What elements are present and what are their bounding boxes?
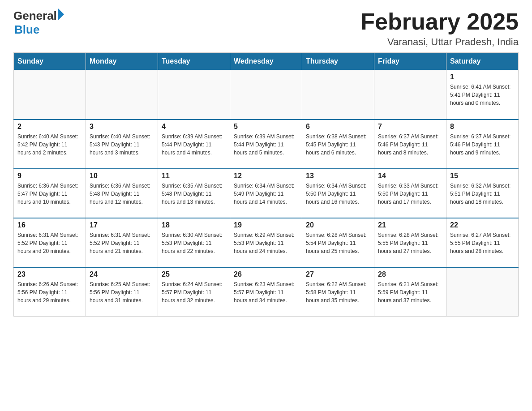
calendar-header-sunday: Sunday xyxy=(14,53,86,70)
day-info: Sunrise: 6:22 AM Sunset: 5:58 PM Dayligh… xyxy=(306,280,370,304)
month-title: February 2025 xyxy=(360,9,519,34)
day-number: 27 xyxy=(306,270,370,278)
logo-arrow-icon xyxy=(58,8,64,21)
day-number: 16 xyxy=(17,221,82,229)
day-info: Sunrise: 6:30 AM Sunset: 5:53 PM Dayligh… xyxy=(162,231,226,255)
calendar-cell: 6Sunrise: 6:38 AM Sunset: 5:45 PM Daylig… xyxy=(302,120,374,169)
day-info: Sunrise: 6:38 AM Sunset: 5:45 PM Dayligh… xyxy=(306,133,370,157)
day-number: 15 xyxy=(450,172,515,180)
day-info: Sunrise: 6:40 AM Sunset: 5:42 PM Dayligh… xyxy=(17,133,82,157)
day-info: Sunrise: 6:31 AM Sunset: 5:52 PM Dayligh… xyxy=(90,231,154,255)
day-number: 17 xyxy=(90,221,154,229)
day-info: Sunrise: 6:26 AM Sunset: 5:56 PM Dayligh… xyxy=(17,280,82,304)
day-info: Sunrise: 6:41 AM Sunset: 5:41 PM Dayligh… xyxy=(450,83,515,107)
calendar-cell: 28Sunrise: 6:21 AM Sunset: 5:59 PM Dayli… xyxy=(374,267,446,317)
day-number: 18 xyxy=(162,221,226,229)
day-info: Sunrise: 6:32 AM Sunset: 5:51 PM Dayligh… xyxy=(450,182,515,206)
day-number: 6 xyxy=(306,123,370,131)
day-info: Sunrise: 6:29 AM Sunset: 5:53 PM Dayligh… xyxy=(234,231,298,255)
day-info: Sunrise: 6:40 AM Sunset: 5:43 PM Dayligh… xyxy=(90,133,154,157)
logo-blue-text: Blue xyxy=(14,23,39,36)
calendar-cell: 26Sunrise: 6:23 AM Sunset: 5:57 PM Dayli… xyxy=(230,267,302,317)
calendar-cell: 9Sunrise: 6:36 AM Sunset: 5:47 PM Daylig… xyxy=(14,169,86,218)
day-info: Sunrise: 6:34 AM Sunset: 5:50 PM Dayligh… xyxy=(306,182,370,206)
calendar-cell: 20Sunrise: 6:28 AM Sunset: 5:54 PM Dayli… xyxy=(302,218,374,267)
calendar-cell xyxy=(14,70,86,120)
day-info: Sunrise: 6:28 AM Sunset: 5:55 PM Dayligh… xyxy=(378,231,442,255)
calendar-cell xyxy=(158,70,230,120)
day-number: 23 xyxy=(17,270,82,278)
calendar-cell: 11Sunrise: 6:35 AM Sunset: 5:48 PM Dayli… xyxy=(158,169,230,218)
calendar-week-2: 2Sunrise: 6:40 AM Sunset: 5:42 PM Daylig… xyxy=(14,120,519,169)
day-number: 19 xyxy=(234,221,298,229)
calendar-week-1: 1Sunrise: 6:41 AM Sunset: 5:41 PM Daylig… xyxy=(14,70,519,120)
day-number: 26 xyxy=(234,270,298,278)
calendar-cell: 23Sunrise: 6:26 AM Sunset: 5:56 PM Dayli… xyxy=(14,267,86,317)
day-number: 2 xyxy=(17,123,82,131)
calendar-cell: 25Sunrise: 6:24 AM Sunset: 5:57 PM Dayli… xyxy=(158,267,230,317)
calendar-cell: 14Sunrise: 6:33 AM Sunset: 5:50 PM Dayli… xyxy=(374,169,446,218)
calendar-cell: 16Sunrise: 6:31 AM Sunset: 5:52 PM Dayli… xyxy=(14,218,86,267)
calendar-header-tuesday: Tuesday xyxy=(158,53,230,70)
calendar-table: SundayMondayTuesdayWednesdayThursdayFrid… xyxy=(13,52,519,317)
logo: General Blue xyxy=(13,9,64,37)
calendar-cell: 12Sunrise: 6:34 AM Sunset: 5:49 PM Dayli… xyxy=(230,169,302,218)
day-number: 28 xyxy=(378,270,442,278)
calendar-cell: 22Sunrise: 6:27 AM Sunset: 5:55 PM Dayli… xyxy=(446,218,519,267)
day-number: 4 xyxy=(162,123,226,131)
day-info: Sunrise: 6:31 AM Sunset: 5:52 PM Dayligh… xyxy=(17,231,82,255)
calendar-header-monday: Monday xyxy=(86,53,158,70)
day-number: 8 xyxy=(450,123,515,131)
day-number: 24 xyxy=(90,270,154,278)
calendar-cell: 17Sunrise: 6:31 AM Sunset: 5:52 PM Dayli… xyxy=(86,218,158,267)
calendar-cell: 1Sunrise: 6:41 AM Sunset: 5:41 PM Daylig… xyxy=(446,70,519,120)
calendar-cell xyxy=(446,267,519,317)
calendar-cell xyxy=(86,70,158,120)
day-number: 22 xyxy=(450,221,515,229)
calendar-cell: 10Sunrise: 6:36 AM Sunset: 5:48 PM Dayli… xyxy=(86,169,158,218)
calendar-header-friday: Friday xyxy=(374,53,446,70)
calendar-cell: 24Sunrise: 6:25 AM Sunset: 5:56 PM Dayli… xyxy=(86,267,158,317)
location-text: Varanasi, Uttar Pradesh, India xyxy=(360,36,519,48)
page-header: General Blue February 2025 Varanasi, Utt… xyxy=(13,9,519,48)
calendar-cell: 21Sunrise: 6:28 AM Sunset: 5:55 PM Dayli… xyxy=(374,218,446,267)
day-info: Sunrise: 6:39 AM Sunset: 5:44 PM Dayligh… xyxy=(234,133,298,157)
calendar-header-wednesday: Wednesday xyxy=(230,53,302,70)
title-section: February 2025 Varanasi, Uttar Pradesh, I… xyxy=(360,9,519,48)
day-number: 12 xyxy=(234,172,298,180)
day-number: 20 xyxy=(306,221,370,229)
calendar-header-thursday: Thursday xyxy=(302,53,374,70)
calendar-cell: 4Sunrise: 6:39 AM Sunset: 5:44 PM Daylig… xyxy=(158,120,230,169)
day-info: Sunrise: 6:27 AM Sunset: 5:55 PM Dayligh… xyxy=(450,231,515,255)
calendar-header-row: SundayMondayTuesdayWednesdayThursdayFrid… xyxy=(14,53,519,70)
calendar-cell xyxy=(374,70,446,120)
day-info: Sunrise: 6:34 AM Sunset: 5:49 PM Dayligh… xyxy=(234,182,298,206)
day-info: Sunrise: 6:36 AM Sunset: 5:48 PM Dayligh… xyxy=(90,182,154,206)
day-info: Sunrise: 6:33 AM Sunset: 5:50 PM Dayligh… xyxy=(378,182,442,206)
day-number: 25 xyxy=(162,270,226,278)
calendar-cell: 2Sunrise: 6:40 AM Sunset: 5:42 PM Daylig… xyxy=(14,120,86,169)
calendar-header-saturday: Saturday xyxy=(446,53,519,70)
calendar-cell: 19Sunrise: 6:29 AM Sunset: 5:53 PM Dayli… xyxy=(230,218,302,267)
day-info: Sunrise: 6:25 AM Sunset: 5:56 PM Dayligh… xyxy=(90,280,154,304)
day-info: Sunrise: 6:35 AM Sunset: 5:48 PM Dayligh… xyxy=(162,182,226,206)
day-number: 1 xyxy=(450,73,515,81)
calendar-cell: 3Sunrise: 6:40 AM Sunset: 5:43 PM Daylig… xyxy=(86,120,158,169)
calendar-week-5: 23Sunrise: 6:26 AM Sunset: 5:56 PM Dayli… xyxy=(14,267,519,317)
calendar-cell xyxy=(302,70,374,120)
calendar-cell: 13Sunrise: 6:34 AM Sunset: 5:50 PM Dayli… xyxy=(302,169,374,218)
day-info: Sunrise: 6:21 AM Sunset: 5:59 PM Dayligh… xyxy=(378,280,442,304)
day-number: 7 xyxy=(378,123,442,131)
calendar-cell: 8Sunrise: 6:37 AM Sunset: 5:46 PM Daylig… xyxy=(446,120,519,169)
day-info: Sunrise: 6:36 AM Sunset: 5:47 PM Dayligh… xyxy=(17,182,82,206)
calendar-week-4: 16Sunrise: 6:31 AM Sunset: 5:52 PM Dayli… xyxy=(14,218,519,267)
day-number: 21 xyxy=(378,221,442,229)
calendar-cell: 7Sunrise: 6:37 AM Sunset: 5:46 PM Daylig… xyxy=(374,120,446,169)
day-info: Sunrise: 6:28 AM Sunset: 5:54 PM Dayligh… xyxy=(306,231,370,255)
logo-general-text: General xyxy=(13,9,57,23)
day-number: 5 xyxy=(234,123,298,131)
calendar-cell: 15Sunrise: 6:32 AM Sunset: 5:51 PM Dayli… xyxy=(446,169,519,218)
day-number: 3 xyxy=(90,123,154,131)
calendar-cell: 5Sunrise: 6:39 AM Sunset: 5:44 PM Daylig… xyxy=(230,120,302,169)
day-info: Sunrise: 6:37 AM Sunset: 5:46 PM Dayligh… xyxy=(378,133,442,157)
